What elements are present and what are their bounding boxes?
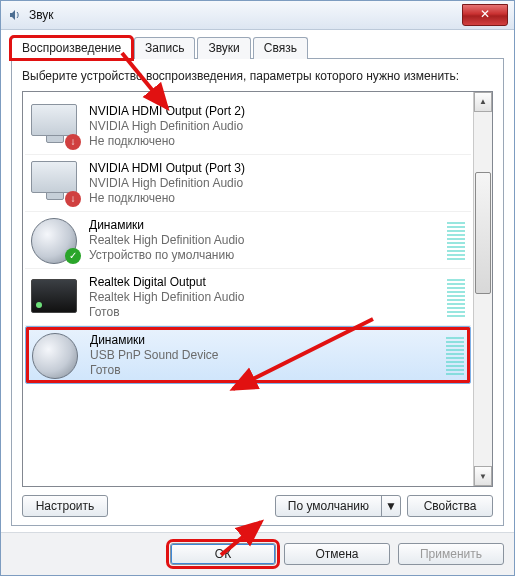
level-meter [447, 218, 465, 262]
monitor-icon: ↓ [31, 104, 79, 148]
tab-row: Воспроизведение Запись Звуки Связь [11, 36, 504, 58]
device-driver: NVIDIA High Definition Audio [89, 176, 465, 190]
spdif-icon [31, 275, 79, 319]
device-list-container: ↓ NVIDIA HDMI Output (Port 2) NVIDIA Hig… [22, 91, 493, 487]
device-driver: USB PnP Sound Device [90, 348, 446, 362]
chevron-down-icon[interactable]: ▼ [382, 496, 400, 516]
configure-button[interactable]: Настроить [22, 495, 108, 517]
device-item[interactable]: ✓ Динамики Realtek High Definition Audio… [25, 212, 471, 269]
device-item[interactable]: ↓ NVIDIA HDMI Output (Port 3) NVIDIA Hig… [25, 155, 471, 212]
device-driver: NVIDIA High Definition Audio [89, 119, 465, 133]
set-default-label: По умолчанию [276, 496, 382, 516]
tab-pane-playback: Выберите устройство воспроизведения, пар… [11, 58, 504, 526]
device-status: Не подключено [89, 191, 465, 205]
status-badge-disconnected: ↓ [65, 191, 81, 207]
device-driver: Realtek High Definition Audio [89, 290, 447, 304]
device-name: Realtek Digital Output [89, 275, 447, 289]
status-badge-disconnected: ↓ [65, 134, 81, 150]
level-meter [447, 275, 465, 319]
device-item[interactable]: Realtek Digital Output Realtek High Defi… [25, 269, 471, 326]
device-status: Готов [89, 305, 447, 319]
tab-comm[interactable]: Связь [253, 37, 308, 59]
sound-icon [7, 7, 23, 23]
scroll-up-button[interactable]: ▲ [474, 92, 492, 112]
scrollbar[interactable]: ▲ ▼ [473, 92, 492, 486]
ok-button[interactable]: ОК [170, 543, 276, 565]
cancel-button[interactable]: Отмена [284, 543, 390, 565]
tab-playback[interactable]: Воспроизведение [11, 37, 132, 59]
close-button[interactable]: ✕ [462, 4, 508, 26]
device-name: Динамики [89, 218, 447, 232]
device-status: Готов [90, 363, 446, 377]
device-item[interactable]: ↓ NVIDIA HDMI Output (Port 2) NVIDIA Hig… [25, 98, 471, 155]
apply-button[interactable]: Применить [398, 543, 504, 565]
tab-recording[interactable]: Запись [134, 37, 195, 59]
device-status: Не подключено [89, 134, 465, 148]
titlebar: Звук ✕ [1, 1, 514, 30]
device-item-selected[interactable]: Динамики USB PnP Sound Device Готов [25, 326, 471, 384]
sound-dialog: Звук ✕ Воспроизведение Запись Звуки Связ… [0, 0, 515, 576]
window-title: Звук [29, 8, 54, 22]
speaker-icon: ✓ [31, 218, 79, 262]
set-default-button[interactable]: По умолчанию ▼ [275, 495, 401, 517]
monitor-icon: ↓ [31, 161, 79, 205]
dialog-button-row: ОК Отмена Применить [1, 532, 514, 575]
properties-button[interactable]: Свойства [407, 495, 493, 517]
speaker-icon [32, 333, 80, 377]
device-status: Устройство по умолчанию [89, 248, 447, 262]
scroll-down-button[interactable]: ▼ [474, 466, 492, 486]
config-button-row: Настроить По умолчанию ▼ Свойства [22, 495, 493, 517]
level-meter [446, 333, 464, 377]
device-name: Динамики [90, 333, 446, 347]
device-name: NVIDIA HDMI Output (Port 2) [89, 104, 465, 118]
tab-sounds[interactable]: Звуки [197, 37, 250, 59]
device-list[interactable]: ↓ NVIDIA HDMI Output (Port 2) NVIDIA Hig… [23, 92, 473, 486]
status-badge-default: ✓ [65, 248, 81, 264]
device-driver: Realtek High Definition Audio [89, 233, 447, 247]
scroll-thumb[interactable] [475, 172, 491, 294]
device-name: NVIDIA HDMI Output (Port 3) [89, 161, 465, 175]
instruction-text: Выберите устройство воспроизведения, пар… [22, 69, 493, 85]
